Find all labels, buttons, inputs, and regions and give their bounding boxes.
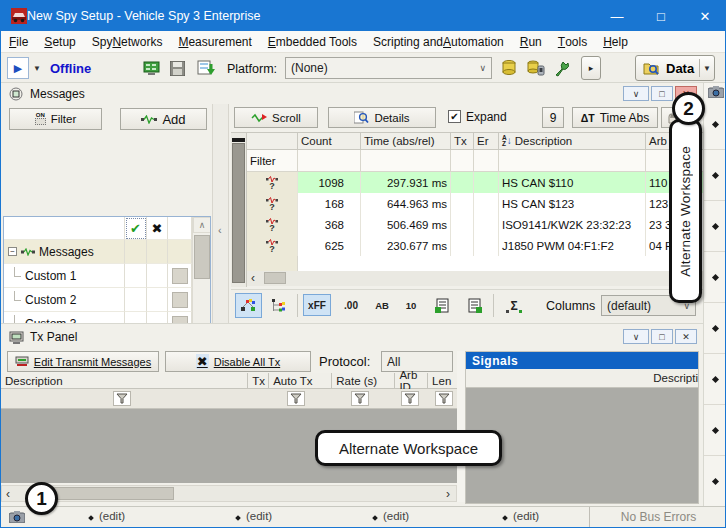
scroll-up-icon[interactable]: ∧ (193, 217, 211, 233)
save-button[interactable] (165, 56, 189, 80)
message-row[interactable]: ? 368 506.469 ms ISO9141/KW2K 23:32:23 2… (247, 214, 703, 235)
data-dropdown[interactable]: ▼ (699, 59, 714, 77)
tx-col-len[interactable]: Len (428, 373, 457, 389)
hex-format-button[interactable]: xFF (303, 294, 331, 316)
names-database-button[interactable] (429, 293, 455, 318)
tree-check-all-header[interactable]: ✔ (125, 217, 147, 240)
tx-hscrollbar[interactable]: ‹ › (1, 485, 457, 502)
panel-splitter[interactable]: ‹ (212, 104, 229, 323)
dock-tab[interactable] (704, 150, 726, 201)
collapse-icon[interactable]: − (8, 247, 17, 256)
menu-help[interactable]: Help (595, 31, 636, 53)
details-button[interactable]: Details (328, 107, 436, 128)
scroll-right-icon[interactable]: › (446, 487, 450, 501)
menu-setup[interactable]: Setup (36, 31, 83, 53)
dock-tab[interactable] (704, 201, 726, 252)
data-button[interactable]: Data ▼ (635, 55, 715, 81)
message-row[interactable]: ? 1098 297.931 ms HS CAN $110 110 (247, 172, 703, 193)
menu-scripting-automation[interactable]: Scripting and Automation (365, 31, 512, 53)
dock-tab[interactable] (704, 405, 726, 456)
alternate-workspace-tab[interactable]: Alternate Workspace (669, 119, 702, 303)
tree-view-button[interactable] (265, 293, 292, 318)
messages-panel-menu-button[interactable]: ∨ (623, 86, 649, 101)
col-count[interactable]: Count (298, 133, 361, 150)
go-online-dropdown[interactable]: ▼ (30, 57, 44, 79)
filter-funnel-icon[interactable] (351, 391, 369, 406)
message-row[interactable]: ? 625 230.677 ms J1850 PWM 04:F1:F2 04 F (247, 235, 703, 256)
hardware-setup-button[interactable] (550, 56, 574, 80)
tx-panel-restore-button[interactable]: □ (651, 329, 673, 344)
filter-funnel-icon[interactable] (113, 391, 131, 406)
dock-tab[interactable] (704, 354, 726, 405)
filter-funnel-icon[interactable] (287, 391, 305, 406)
expand-checkbox[interactable]: ✔ (448, 110, 461, 123)
message-row[interactable]: ? 168 644.963 ms HS CAN $123 123 (247, 193, 703, 214)
ascii-format-button[interactable]: AB (369, 294, 395, 316)
totals-button[interactable]: Σ (501, 293, 527, 318)
status-edit-1[interactable]: (edit) (89, 510, 125, 522)
tx-panel-close-button[interactable]: ✕ (675, 329, 697, 344)
dock-tab[interactable] (704, 456, 726, 506)
dock-tab[interactable] (704, 303, 726, 354)
numeric-format-button[interactable]: 9 (542, 107, 564, 128)
messages-panel-restore-button[interactable]: □ (651, 86, 673, 101)
menu-run[interactable]: Run (512, 31, 550, 53)
binary-format-button[interactable]: 10 (399, 294, 423, 316)
menu-embedded-tools[interactable]: Embedded Tools (260, 31, 365, 53)
disable-all-tx-button[interactable]: ✖ Disable All Tx (165, 351, 311, 372)
view-mode-button[interactable] (235, 293, 262, 318)
dock-tab[interactable] (704, 99, 726, 150)
grid-hscrollbar[interactable]: ‹ (247, 271, 703, 286)
maximize-button[interactable]: □ (639, 1, 683, 31)
grid-left-scrollbar[interactable] (231, 133, 247, 287)
database-button[interactable] (497, 56, 521, 80)
capture-setup-button[interactable] (139, 56, 163, 80)
platform-select[interactable]: (None)∨ (285, 57, 492, 79)
col-icon[interactable] (247, 133, 298, 150)
tx-col-tx[interactable]: Tx (248, 373, 269, 389)
menu-file[interactable]: File (1, 31, 36, 53)
filter-button[interactable]: ON Filter (9, 108, 102, 130)
status-edit-4[interactable]: (edit) (503, 510, 539, 522)
tx-signals-splitter[interactable] (457, 351, 465, 502)
collapse-left-icon[interactable]: ‹ (218, 224, 222, 236)
open-setup-button[interactable] (193, 56, 219, 80)
tree-row-custom2[interactable]: Custom 2 (4, 288, 210, 312)
dock-tab[interactable] (704, 252, 726, 303)
tx-col-arbid[interactable]: Arb ID (395, 373, 428, 389)
tx-panel-menu-button[interactable]: ∨ (623, 329, 649, 344)
minimize-button[interactable]: — (595, 1, 639, 31)
tx-col-autotx[interactable]: Auto Tx (269, 373, 332, 389)
tree-row-custom1[interactable]: Custom 1 (4, 264, 210, 288)
color-swatch[interactable] (172, 292, 188, 308)
title-bar[interactable]: New Spy Setup - Vehicle Spy 3 Enterprise… (1, 1, 726, 31)
tree-uncheck-all-header[interactable]: ✖ (147, 217, 168, 240)
signals-column-header[interactable]: Descripti (466, 369, 698, 388)
scroll-left-icon[interactable]: ‹ (6, 487, 10, 501)
go-online-button[interactable]: ▶ (7, 57, 29, 79)
menu-tools[interactable]: Tools (550, 31, 595, 53)
status-edit-2[interactable]: (edit) (236, 510, 272, 522)
time-abs-button[interactable]: ΔT Time Abs (572, 107, 658, 128)
tx-col-description[interactable]: Description (1, 373, 248, 389)
col-er[interactable]: Er (474, 133, 499, 150)
menu-spy-networks[interactable]: Spy Networks (84, 31, 171, 53)
grid-filter-row[interactable]: Filter (247, 150, 703, 172)
names-database2-button[interactable] (461, 293, 487, 318)
decimal-format-button[interactable]: .00 (337, 294, 365, 316)
expand-toolbar-button[interactable]: ▸ (581, 56, 601, 80)
tx-panel-tab[interactable]: Tx Panel (9, 330, 77, 344)
add-button[interactable]: Add (120, 108, 207, 130)
status-edit-3[interactable]: (edit) (373, 510, 409, 522)
edit-transmit-button[interactable]: Edit Transmit Messages (7, 351, 159, 372)
tx-col-rate[interactable]: Rate (s) (332, 373, 395, 389)
col-time[interactable]: Time (abs/rel) (361, 133, 451, 150)
close-button[interactable]: ✕ (683, 1, 726, 31)
menu-measurement[interactable]: Measurement (170, 31, 259, 53)
scroll-button[interactable]: Scroll (234, 107, 318, 128)
color-swatch[interactable] (172, 268, 188, 284)
filter-funnel-icon[interactable] (435, 391, 453, 406)
filter-funnel-icon[interactable] (401, 391, 419, 406)
database-device-button[interactable] (523, 56, 549, 80)
scroll-left-icon[interactable]: ‹ (251, 271, 255, 285)
